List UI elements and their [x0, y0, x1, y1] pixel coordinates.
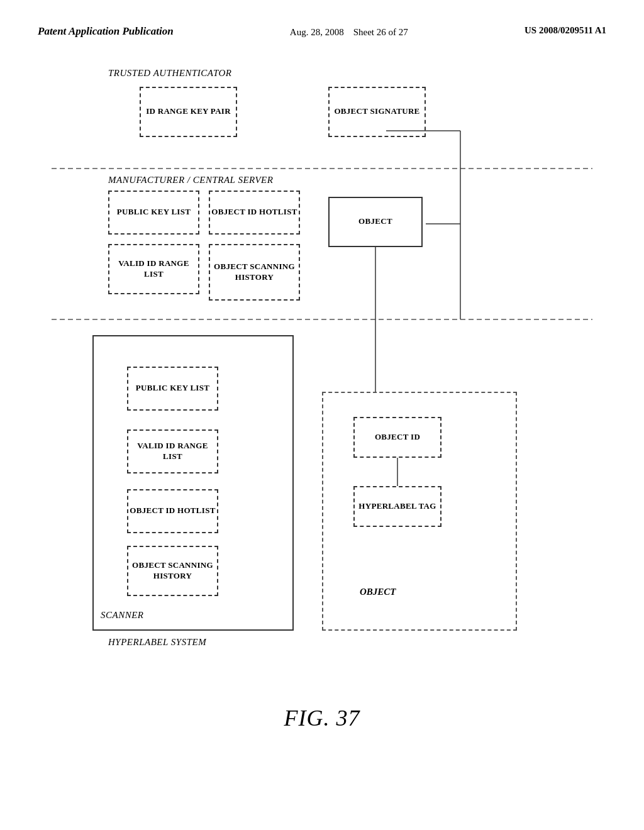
- header-left: Patent Application Publication: [38, 25, 174, 38]
- page: Patent Application Publication Aug. 28, …: [0, 0, 644, 830]
- id-range-key-pair-box: ID RANGE KEY PAIR: [140, 87, 237, 137]
- fig-label: FIG. 37: [284, 705, 360, 731]
- header-center: Aug. 28, 2008 Sheet 26 of 27: [290, 25, 408, 40]
- public-key-list-top-box: PUBLIC KEY LIST: [108, 191, 199, 235]
- header: Patent Application Publication Aug. 28, …: [38, 25, 606, 40]
- valid-id-range-list-bottom-box: VALID ID RANGE LIST: [127, 429, 218, 473]
- diagram: TRUSTED AUTHENTICATOR ID RANGE KEY PAIR …: [52, 58, 592, 750]
- object-signature-box: OBJECT SIGNATURE: [328, 87, 426, 137]
- manufacturer-label: MANUFACTURER / CENTRAL SERVER: [108, 175, 273, 185]
- object-id-box: OBJECT ID: [353, 417, 441, 458]
- valid-id-range-list-top-box: VALID ID RANGE LIST: [108, 244, 199, 294]
- trusted-authenticator-label: TRUSTED AUTHENTICATOR: [108, 68, 232, 79]
- hyperlabel-system-label: HYPERLABEL SYSTEM: [108, 637, 206, 648]
- object-scanning-history-top-box: OBJECT SCANNING HISTORY: [209, 244, 300, 301]
- hyperlabel-tag-box: HYPERLABEL TAG: [353, 486, 441, 527]
- object-bottom-label: OBJECT: [360, 587, 396, 597]
- object-id-hotlist-bottom-box: OBJECT ID HOTLIST: [127, 489, 218, 533]
- header-right: US 2008/0209511 A1: [525, 25, 606, 36]
- object-id-hotlist-top-box: OBJECT ID HOTLIST: [209, 191, 300, 235]
- object-scanning-history-bottom-box: OBJECT SCANNING HISTORY: [127, 546, 218, 596]
- scanner-label: SCANNER: [101, 610, 144, 621]
- public-key-list-bottom-box: PUBLIC KEY LIST: [127, 367, 218, 411]
- object-top-box: OBJECT: [328, 197, 423, 247]
